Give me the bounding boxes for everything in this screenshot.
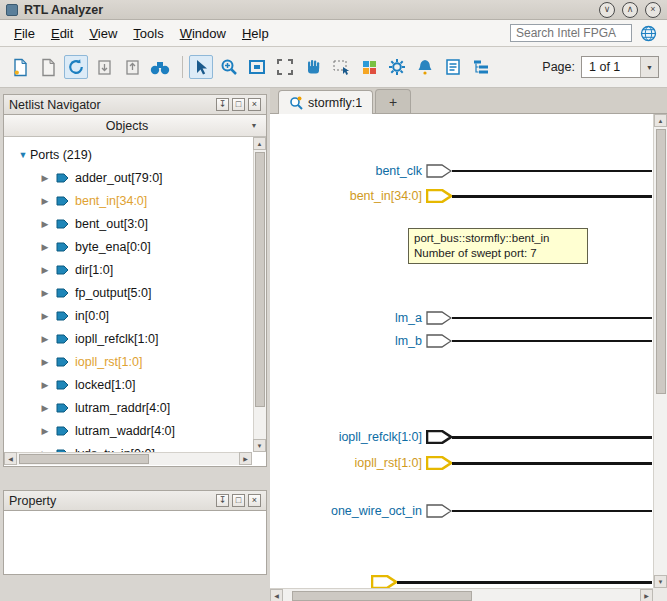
port-label[interactable]: bent_clk — [278, 164, 425, 178]
scroll-down-icon[interactable]: ▼ — [654, 575, 667, 588]
expander-closed-icon[interactable]: ▶ — [38, 173, 52, 183]
menu-tools[interactable]: Tools — [125, 22, 171, 45]
scroll-right-icon[interactable]: ▶ — [640, 589, 653, 601]
port-wire[interactable] — [397, 581, 652, 584]
canvas-port-lm-a[interactable]: lm_a — [278, 308, 652, 328]
expander-closed-icon[interactable]: ▶ — [38, 288, 52, 298]
maximize-button[interactable]: ∧ — [622, 2, 638, 18]
close-button[interactable]: × — [645, 2, 661, 18]
tree-item-lutram-raddr[interactable]: ▶ lutram_raddr[4:0] — [4, 396, 252, 419]
select-tool-button[interactable] — [189, 55, 213, 79]
tree-item-lutram-waddr[interactable]: ▶ lutram_waddr[4:0] — [4, 419, 252, 442]
canvas-hscroll-thumb[interactable] — [292, 591, 472, 601]
scroll-left-icon[interactable]: ◀ — [270, 589, 283, 601]
property-close-button[interactable]: × — [248, 494, 261, 507]
tree-item-bent-out[interactable]: ▶ bent_out[3:0] — [4, 212, 252, 235]
navigator-pin-button[interactable]: ↧ — [216, 98, 229, 111]
tree-item-bent-in[interactable]: ▶ bent_in[34:0] — [4, 189, 252, 212]
tree-item-dir[interactable]: ▶ dir[1:0] — [4, 258, 252, 281]
fullscreen-button[interactable] — [273, 55, 297, 79]
page-select-dropdown-icon[interactable]: ▼ — [640, 57, 658, 77]
color-settings-button[interactable] — [357, 55, 381, 79]
fit-view-button[interactable] — [245, 55, 269, 79]
port-wire[interactable] — [452, 170, 652, 172]
scroll-up-icon[interactable]: ▲ — [654, 114, 667, 127]
expander-closed-icon[interactable]: ▶ — [38, 311, 52, 321]
new-file-button[interactable] — [8, 55, 32, 79]
tree-vscroll-thumb[interactable] — [255, 152, 265, 407]
expander-closed-icon[interactable]: ▶ — [38, 380, 52, 390]
menu-edit[interactable]: Edit — [43, 22, 81, 45]
settings-button[interactable] — [385, 55, 409, 79]
port-wire[interactable] — [452, 195, 652, 198]
canvas-horizontal-scrollbar[interactable]: ◀ ▶ — [270, 588, 653, 601]
port-wire[interactable] — [452, 340, 652, 342]
tree-vertical-scrollbar[interactable]: ▲ ▼ — [253, 137, 266, 452]
menu-view[interactable]: View — [81, 22, 125, 45]
canvas-port-iopll-refclk[interactable]: iopll_refclk[1:0] — [278, 427, 652, 447]
port-label[interactable]: iopll_refclk[1:0] — [278, 430, 425, 444]
canvas-port-bent-in[interactable]: bent_in[34:0] — [278, 186, 652, 206]
expander-closed-icon[interactable]: ▶ — [38, 357, 52, 367]
tab-stormfly[interactable]: stormfly:1 — [278, 90, 373, 114]
rubber-band-select-button[interactable] — [329, 55, 353, 79]
report-button[interactable] — [441, 55, 465, 79]
tree-item-in[interactable]: ▶ in[0:0] — [4, 304, 252, 327]
tree-item-iopll-rst[interactable]: ▶ iopll_rst[1:0] — [4, 350, 252, 373]
search-input[interactable] — [510, 24, 632, 42]
export-page-button[interactable] — [92, 55, 116, 79]
expander-closed-icon[interactable]: ▶ — [38, 334, 52, 344]
property-float-button[interactable]: □ — [232, 494, 245, 507]
scroll-down-icon[interactable]: ▼ — [253, 439, 266, 452]
port-wire[interactable] — [452, 436, 652, 439]
hierarchy-view-button[interactable] — [469, 55, 493, 79]
canvas-port-one-wire-oct-in[interactable]: one_wire_oct_in — [278, 501, 652, 521]
property-pin-button[interactable]: ↧ — [216, 494, 229, 507]
tree-root-ports[interactable]: ▼ Ports (219) — [4, 143, 252, 166]
menu-file[interactable]: File — [6, 22, 43, 45]
tree-item-byte-ena[interactable]: ▶ byte_ena[0:0] — [4, 235, 252, 258]
zoom-tool-button[interactable] — [217, 55, 241, 79]
canvas-port-lm-b[interactable]: lm_b — [278, 331, 652, 351]
pan-tool-button[interactable] — [301, 55, 325, 79]
objects-header[interactable]: Objects ▼ — [4, 115, 266, 137]
port-wire[interactable] — [452, 317, 652, 319]
navigator-close-button[interactable]: × — [248, 98, 261, 111]
tree-item-fp-output[interactable]: ▶ fp_output[5:0] — [4, 281, 252, 304]
find-button[interactable] — [148, 55, 172, 79]
menu-help[interactable]: Help — [234, 22, 277, 45]
schematic-canvas[interactable]: bent_clk bent_in[34:0] port_bus::stormfl… — [270, 114, 667, 601]
tree-horizontal-scrollbar[interactable]: ◀ ▶ — [4, 452, 252, 465]
scroll-right-icon[interactable]: ▶ — [239, 452, 252, 465]
scroll-left-icon[interactable]: ◀ — [4, 452, 17, 465]
import-page-button[interactable] — [120, 55, 144, 79]
tree-item-iopll-refclk[interactable]: ▶ iopll_refclk[1:0] — [4, 327, 252, 350]
tree-hscroll-thumb[interactable] — [19, 454, 149, 464]
tree-item-locked[interactable]: ▶ locked[1:0] — [4, 373, 252, 396]
expander-closed-icon[interactable]: ▶ — [38, 426, 52, 436]
objects-dropdown-icon[interactable]: ▼ — [246, 118, 262, 134]
expander-closed-icon[interactable]: ▶ — [38, 242, 52, 252]
minimize-button[interactable]: ∨ — [599, 2, 615, 18]
canvas-port-bent-clk[interactable]: bent_clk — [278, 161, 652, 181]
port-label[interactable]: one_wire_oct_in — [278, 504, 425, 518]
port-label[interactable]: iopll_rst[1:0] — [278, 456, 425, 470]
tree-item-adder-out[interactable]: ▶ adder_out[79:0] — [4, 166, 252, 189]
expander-closed-icon[interactable]: ▶ — [38, 196, 52, 206]
canvas-vscroll-thumb[interactable] — [656, 129, 666, 394]
port-label[interactable]: lm_a — [278, 311, 425, 325]
expander-closed-icon[interactable]: ▶ — [38, 219, 52, 229]
expander-open-icon[interactable]: ▼ — [16, 150, 30, 160]
port-wire[interactable] — [452, 510, 652, 512]
open-netlist-button[interactable] — [36, 55, 60, 79]
expander-closed-icon[interactable]: ▶ — [38, 403, 52, 413]
port-label[interactable]: lm_b — [278, 334, 425, 348]
new-tab-button[interactable]: + — [375, 89, 411, 113]
notifications-button[interactable] — [413, 55, 437, 79]
canvas-port-iopll-rst[interactable]: iopll_rst[1:0] — [278, 453, 652, 473]
port-label[interactable]: bent_in[34:0] — [278, 189, 425, 203]
navigator-float-button[interactable]: □ — [232, 98, 245, 111]
menu-window[interactable]: Window — [172, 22, 234, 45]
canvas-vertical-scrollbar[interactable]: ▲ ▼ — [653, 114, 667, 588]
expander-closed-icon[interactable]: ▶ — [38, 265, 52, 275]
